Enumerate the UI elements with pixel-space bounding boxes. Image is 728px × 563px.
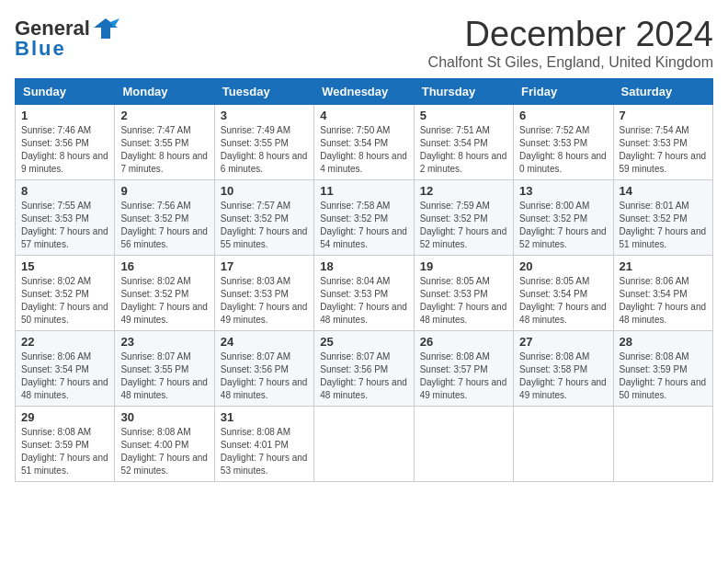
calendar-header-row: Sunday Monday Tuesday Wednesday Thursday… [16,79,713,105]
cell-content: Sunrise: 8:08 AMSunset: 3:59 PMDaylight:… [21,426,108,477]
calendar-cell: 8Sunrise: 7:55 AMSunset: 3:53 PMDaylight… [16,180,115,256]
day-number: 9 [120,184,208,198]
cell-content: Sunrise: 7:50 AMSunset: 3:54 PMDaylight:… [320,124,407,176]
calendar-cell [414,407,513,482]
day-number: 13 [519,184,607,198]
title-section: December 2024 Chalfont St Giles, England… [428,15,713,71]
day-number: 20 [519,259,607,273]
cell-content: Sunrise: 8:05 AMSunset: 3:54 PMDaylight:… [519,275,607,327]
day-number: 5 [420,109,507,122]
calendar-cell: 30Sunrise: 8:08 AMSunset: 4:00 PMDayligh… [115,407,214,482]
day-number: 8 [21,184,108,198]
col-monday: Monday [115,79,214,105]
calendar-cell: 18Sunrise: 8:04 AMSunset: 3:53 PMDayligh… [314,256,414,331]
day-number: 18 [320,259,407,273]
calendar-cell: 21Sunrise: 8:06 AMSunset: 3:54 PMDayligh… [613,256,712,331]
cell-content: Sunrise: 7:55 AMSunset: 3:53 PMDaylight:… [21,200,108,251]
calendar-cell: 11Sunrise: 7:58 AMSunset: 3:52 PMDayligh… [314,180,414,256]
calendar-cell: 29Sunrise: 8:08 AMSunset: 3:59 PMDayligh… [16,407,115,482]
day-number: 28 [620,335,707,349]
calendar-cell: 16Sunrise: 8:02 AMSunset: 3:52 PMDayligh… [115,256,214,331]
cell-content: Sunrise: 7:49 AMSunset: 3:55 PMDaylight:… [221,124,308,176]
cell-content: Sunrise: 8:08 AMSunset: 3:59 PMDaylight:… [620,350,707,402]
day-number: 29 [21,410,108,424]
calendar-cell: 14Sunrise: 8:01 AMSunset: 3:52 PMDayligh… [613,180,712,256]
calendar-row: 15Sunrise: 8:02 AMSunset: 3:52 PMDayligh… [16,256,713,331]
day-number: 3 [221,109,308,122]
calendar-cell: 7Sunrise: 7:54 AMSunset: 3:53 PMDaylight… [613,105,712,180]
calendar-cell: 2Sunrise: 7:47 AMSunset: 3:55 PMDaylight… [115,105,214,180]
month-title: December 2024 [428,15,713,54]
calendar-cell: 15Sunrise: 8:02 AMSunset: 3:52 PMDayligh… [16,256,115,331]
calendar-row: 8Sunrise: 7:55 AMSunset: 3:53 PMDaylight… [16,180,713,256]
calendar-row: 1Sunrise: 7:46 AMSunset: 3:56 PMDaylight… [16,105,713,180]
cell-content: Sunrise: 8:08 AMSunset: 4:01 PMDaylight:… [221,426,308,477]
col-tuesday: Tuesday [214,79,313,105]
calendar-table: Sunday Monday Tuesday Wednesday Thursday… [15,78,713,482]
calendar-cell: 26Sunrise: 8:08 AMSunset: 3:57 PMDayligh… [414,331,513,407]
day-number: 11 [320,184,407,198]
day-number: 1 [21,109,108,122]
calendar-cell: 17Sunrise: 8:03 AMSunset: 3:53 PMDayligh… [214,256,313,331]
calendar-cell: 13Sunrise: 8:00 AMSunset: 3:52 PMDayligh… [514,180,613,256]
cell-content: Sunrise: 7:47 AMSunset: 3:55 PMDaylight:… [120,124,208,176]
logo-blue: Blue [15,37,66,61]
cell-content: Sunrise: 8:02 AMSunset: 3:52 PMDaylight:… [120,275,208,327]
cell-content: Sunrise: 7:46 AMSunset: 3:56 PMDaylight:… [21,124,108,176]
calendar-cell: 3Sunrise: 7:49 AMSunset: 3:55 PMDaylight… [214,105,313,180]
cell-content: Sunrise: 8:02 AMSunset: 3:52 PMDaylight:… [21,275,108,327]
day-number: 23 [120,335,208,349]
cell-content: Sunrise: 8:07 AMSunset: 3:56 PMDaylight:… [221,350,308,402]
cell-content: Sunrise: 8:01 AMSunset: 3:52 PMDaylight:… [620,200,707,251]
col-saturday: Saturday [613,79,712,105]
cell-content: Sunrise: 7:51 AMSunset: 3:54 PMDaylight:… [420,124,507,176]
calendar-cell: 25Sunrise: 8:07 AMSunset: 3:56 PMDayligh… [314,331,414,407]
calendar-cell: 19Sunrise: 8:05 AMSunset: 3:53 PMDayligh… [414,256,513,331]
day-number: 26 [420,335,507,349]
day-number: 15 [21,259,108,273]
col-wednesday: Wednesday [314,79,414,105]
day-number: 19 [420,259,507,273]
day-number: 27 [519,335,607,349]
day-number: 31 [221,410,308,424]
calendar-cell: 31Sunrise: 8:08 AMSunset: 4:01 PMDayligh… [214,407,313,482]
col-thursday: Thursday [414,79,513,105]
cell-content: Sunrise: 7:52 AMSunset: 3:53 PMDaylight:… [519,124,607,176]
calendar-cell: 12Sunrise: 7:59 AMSunset: 3:52 PMDayligh… [414,180,513,256]
day-number: 17 [221,259,308,273]
calendar-cell: 10Sunrise: 7:57 AMSunset: 3:52 PMDayligh… [214,180,313,256]
calendar-cell [613,407,712,482]
day-number: 30 [120,410,208,424]
cell-content: Sunrise: 7:57 AMSunset: 3:52 PMDaylight:… [221,200,308,251]
day-number: 21 [620,259,707,273]
col-sunday: Sunday [16,79,115,105]
calendar-row: 29Sunrise: 8:08 AMSunset: 3:59 PMDayligh… [16,407,713,482]
cell-content: Sunrise: 7:54 AMSunset: 3:53 PMDaylight:… [620,124,707,176]
cell-content: Sunrise: 8:08 AMSunset: 4:00 PMDaylight:… [120,426,208,477]
day-number: 6 [519,109,607,122]
calendar-cell: 20Sunrise: 8:05 AMSunset: 3:54 PMDayligh… [514,256,613,331]
cell-content: Sunrise: 8:06 AMSunset: 3:54 PMDaylight:… [21,350,108,402]
day-number: 10 [221,184,308,198]
calendar-cell: 22Sunrise: 8:06 AMSunset: 3:54 PMDayligh… [16,331,115,407]
calendar-cell: 9Sunrise: 7:56 AMSunset: 3:52 PMDaylight… [115,180,214,256]
day-number: 14 [620,184,707,198]
calendar-cell: 23Sunrise: 8:07 AMSunset: 3:55 PMDayligh… [115,331,214,407]
day-number: 12 [420,184,507,198]
calendar-row: 22Sunrise: 8:06 AMSunset: 3:54 PMDayligh… [16,331,713,407]
calendar-cell: 28Sunrise: 8:08 AMSunset: 3:59 PMDayligh… [613,331,712,407]
day-number: 2 [120,109,208,122]
cell-content: Sunrise: 8:08 AMSunset: 3:58 PMDaylight:… [519,350,607,402]
day-number: 16 [120,259,208,273]
calendar-cell: 4Sunrise: 7:50 AMSunset: 3:54 PMDaylight… [314,105,414,180]
calendar-cell: 6Sunrise: 7:52 AMSunset: 3:53 PMDaylight… [514,105,613,180]
day-number: 25 [320,335,407,349]
cell-content: Sunrise: 8:03 AMSunset: 3:53 PMDaylight:… [221,275,308,327]
cell-content: Sunrise: 8:05 AMSunset: 3:53 PMDaylight:… [420,275,507,327]
cell-content: Sunrise: 8:00 AMSunset: 3:52 PMDaylight:… [519,200,607,251]
cell-content: Sunrise: 7:59 AMSunset: 3:52 PMDaylight:… [420,200,507,251]
page-header: General Blue December 2024 Chalfont St G… [15,15,713,71]
cell-content: Sunrise: 8:08 AMSunset: 3:57 PMDaylight:… [420,350,507,402]
cell-content: Sunrise: 8:07 AMSunset: 3:55 PMDaylight:… [120,350,208,402]
calendar-cell: 5Sunrise: 7:51 AMSunset: 3:54 PMDaylight… [414,105,513,180]
